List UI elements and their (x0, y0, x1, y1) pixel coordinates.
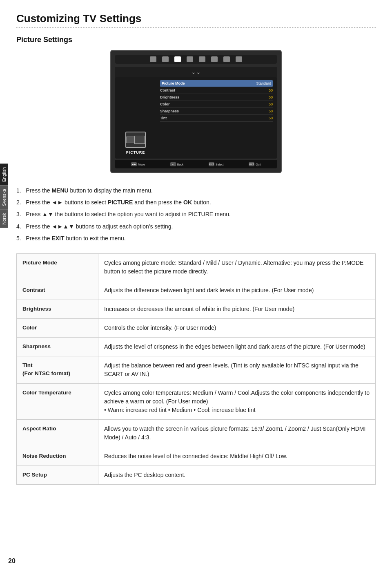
table-row: Noise ReductionReduces the noise level o… (17, 447, 376, 466)
tv-btn-quit: EXT Quit (249, 162, 261, 166)
setting-name: Picture Mode (17, 253, 98, 281)
setting-description: Controls the color intensity. (For User … (98, 318, 376, 337)
table-row: Picture ModeCycles among picture mode: S… (17, 253, 376, 281)
tv-menu-label: Tint (160, 116, 167, 120)
table-row: PC SetupAdjusts the PC desktop content. (17, 466, 376, 484)
step-3: 3. Press ▲▼ the buttons to select the op… (16, 209, 376, 219)
settings-table-body: Picture ModeCycles among picture mode: S… (17, 253, 376, 484)
tv-menu-value: 50 (269, 109, 273, 113)
tv-quit-icon: EXT (249, 162, 254, 166)
page-number: 20 (8, 557, 16, 565)
tv-btn-back: ← Back (170, 162, 184, 166)
tv-top-bar (115, 55, 277, 64)
tv-nav-icon5 (199, 56, 205, 62)
page-title: Customizing TV Settings (16, 12, 376, 25)
tv-menu-value: 50 (269, 88, 273, 92)
tv-menu-value: 50 (269, 116, 273, 120)
tv-menu-item: Picture ModeStandard (160, 80, 273, 87)
setting-description: Increases or decreases the amount of whi… (98, 300, 376, 318)
tv-back-label: Back (177, 163, 184, 166)
table-row: BrightnessIncreases or decreases the amo… (17, 300, 376, 318)
tv-nav-icon3-active (174, 56, 181, 62)
tv-move-label: Move (138, 163, 145, 166)
step-4: 4. Press the ◄►▲▼ buttons to adjust each… (16, 222, 376, 232)
tv-menu-value: Standard (256, 81, 271, 85)
tv-picture-icon (125, 132, 146, 148)
tv-menu-list: Picture ModeStandardContrast50Brightness… (160, 80, 273, 122)
tv-btn-select: ENT Select (209, 162, 223, 166)
tv-quit-label: Quit (256, 163, 261, 166)
tv-nav-icon6 (211, 56, 218, 62)
section-title: Picture Settings (16, 36, 376, 44)
setting-name: Color Temperature (17, 383, 98, 419)
tv-content-area: PICTURE Picture ModeStandardContrast50Br… (115, 77, 277, 159)
tv-mockup: ⌄⌄ PICTURE Picture ModeStandardContrast5… (16, 50, 376, 173)
tv-down-arrow: ⌄⌄ (191, 69, 201, 75)
setting-name: Noise Reduction (17, 447, 98, 466)
setting-description: Adjusts the difference between light and… (98, 281, 376, 300)
tv-screen: ⌄⌄ PICTURE Picture ModeStandardContrast5… (110, 50, 282, 173)
setting-name: Tint(For NTSC format) (17, 356, 98, 383)
divider (16, 27, 376, 28)
tv-bottom-bar: ◄► Move ← Back ENT Select EXT Quit (115, 160, 277, 168)
lang-english[interactable]: English (0, 163, 8, 185)
tv-menu-item: Brightness50 (160, 94, 273, 101)
tv-nav-icon1 (150, 56, 156, 62)
tv-nav-icon4 (187, 56, 193, 62)
setting-name: Contrast (17, 281, 98, 300)
setting-description: Cycles among color temperatures: Medium … (98, 383, 376, 419)
tv-picture-label: PICTURE (126, 150, 145, 154)
tv-select-label: Select (216, 163, 223, 166)
setting-name: Aspect Ratio (17, 419, 98, 447)
tv-menu-item: Tint50 (160, 115, 273, 122)
table-row: ColorControls the color intensity. (For … (17, 318, 376, 337)
setting-name: PC Setup (17, 466, 98, 484)
setting-description: Reduces the noise level of the connected… (98, 447, 376, 466)
step-5: 5. Press the EXIT button to exit the men… (16, 233, 376, 244)
setting-description: Allows you to watch the screen in variou… (98, 419, 376, 447)
tv-menu-label: Color (160, 102, 170, 106)
table-row: SharpnessAdjusts the level of crispness … (17, 337, 376, 356)
table-row: Color TemperatureCycles among color temp… (17, 383, 376, 419)
settings-table: Picture ModeCycles among picture mode: S… (16, 253, 376, 485)
tv-move-icon: ◄► (131, 162, 137, 166)
tv-select-icon: ENT (209, 162, 214, 166)
table-row: ContrastAdjusts the difference between l… (17, 281, 376, 300)
setting-description: Adjusts the PC desktop content. (98, 466, 376, 484)
tv-nav-icon7 (223, 56, 230, 62)
tv-menu-value: 50 (269, 95, 273, 99)
tv-left-panel: PICTURE (115, 77, 156, 159)
step-2: 2. Press the ◄► buttons to select PICTUR… (16, 197, 376, 208)
tv-menu-label: Picture Mode (162, 81, 185, 85)
tv-right-panel: Picture ModeStandardContrast50Brightness… (156, 77, 277, 159)
tv-menu-item: Sharpness50 (160, 108, 273, 115)
setting-name: Color (17, 318, 98, 337)
tv-menu-item: Contrast50 (160, 87, 273, 94)
setting-name: Sharpness (17, 337, 98, 356)
table-row: Aspect RatioAllows you to watch the scre… (17, 419, 376, 447)
tv-nav-icon8 (236, 56, 242, 62)
tv-menu-label: Brightness (160, 95, 179, 99)
table-row: Tint(For NTSC format)Adjust the balance … (17, 356, 376, 383)
setting-description: Adjusts the level of crispness in the ed… (98, 337, 376, 356)
setting-description: Cycles among picture mode: Standard / Mi… (98, 253, 376, 281)
lang-norsk[interactable]: Norsk (0, 209, 8, 228)
tv-menu-label: Sharpness (160, 109, 179, 113)
tv-btn-move: ◄► Move (131, 162, 145, 166)
tv-back-icon: ← (170, 162, 176, 166)
setting-description: Adjust the balance between red and green… (98, 356, 376, 383)
language-sidebar: English Svenska Norsk (0, 163, 8, 228)
step-1: 1. Press the MENU button to display the … (16, 186, 376, 196)
tv-menu-value: 50 (269, 102, 273, 106)
setting-name: Brightness (17, 300, 98, 318)
steps-section: 1. Press the MENU button to display the … (16, 186, 376, 244)
tv-menu-item: Color50 (160, 101, 273, 108)
tv-nav-icon2 (162, 56, 169, 62)
lang-svenska[interactable]: Svenska (0, 185, 8, 209)
tv-menu-label: Contrast (160, 88, 175, 92)
